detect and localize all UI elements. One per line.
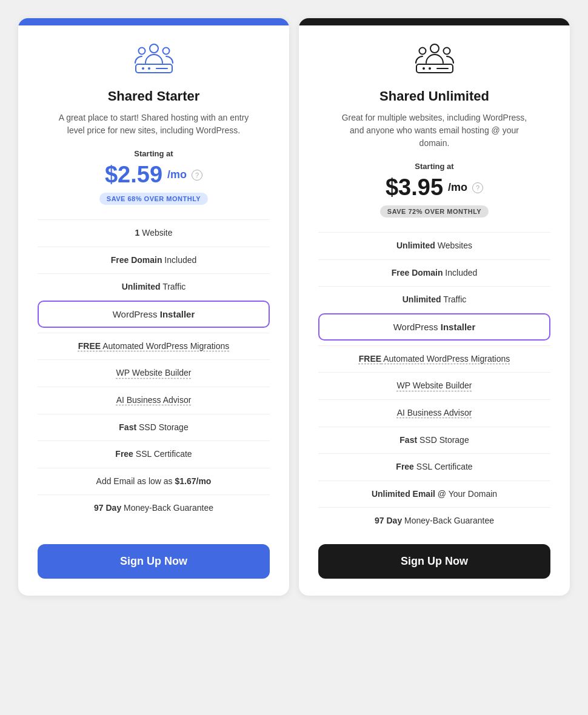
feature-row: Unlimited Email @ Your Domain	[318, 484, 550, 505]
plan-name: Shared Starter	[108, 88, 200, 104]
card-header-bar	[299, 18, 570, 25]
price-amount: $2.59	[105, 162, 162, 188]
features-list: 1 WebsiteFree Domain IncludedUnlimited T…	[38, 222, 270, 532]
feature-row: Fast SSD Storage	[318, 430, 550, 451]
price-unit: /mo	[167, 168, 187, 181]
feature-row: Free Domain Included	[38, 250, 270, 271]
svg-point-9	[443, 48, 450, 55]
feature-row: Free SSL Certificate	[318, 456, 550, 478]
svg-point-8	[419, 48, 426, 55]
feature-row: Unlimited Traffic	[318, 289, 550, 311]
save-badge: SAVE 68% OVER MONTHLY	[99, 193, 208, 205]
feature-row: 97 Day Money-Back Guarantee	[318, 510, 550, 532]
pricing-card-shared-starter: Shared StarterA great place to start! Sh…	[18, 18, 289, 596]
save-badge: SAVE 72% OVER MONTHLY	[380, 205, 489, 218]
svg-point-5	[148, 67, 150, 70]
info-icon[interactable]: ?	[472, 182, 483, 193]
plan-icon	[410, 40, 459, 88]
svg-point-1	[138, 48, 145, 55]
feature-row: WordPress Installer	[318, 313, 550, 341]
card-header-bar	[18, 18, 289, 25]
starting-at-label: Starting at	[134, 149, 173, 158]
pricing-card-shared-unlimited: Shared UnlimitedGreat for multiple websi…	[299, 18, 570, 596]
feature-row: Unlimited Traffic	[38, 276, 270, 298]
svg-point-11	[423, 67, 425, 70]
svg-point-2	[162, 48, 169, 55]
price-row: $3.95/mo?	[386, 175, 483, 201]
starting-at-label: Starting at	[415, 162, 453, 171]
price-unit: /mo	[448, 181, 467, 194]
svg-point-7	[430, 44, 439, 53]
feature-row: Fast SSD Storage	[38, 417, 270, 439]
price-row: $2.59/mo?	[105, 162, 202, 188]
svg-point-12	[429, 67, 431, 70]
feature-row: 97 Day Money-Back Guarantee	[38, 497, 270, 519]
features-list: Unlimited WebsitesFree Domain IncludedUn…	[318, 235, 550, 532]
feature-row: Free Domain Included	[318, 262, 550, 284]
feature-row: WP Website Builder	[38, 362, 270, 384]
plan-description: Great for multiple websites, including W…	[338, 111, 532, 150]
feature-row: FREE Automated WordPress Migrations	[38, 336, 270, 358]
feature-row: Add Email as low as $1.67/mo	[38, 471, 270, 493]
plan-name: Shared Unlimited	[379, 88, 489, 104]
feature-row: Unlimited Websites	[318, 235, 550, 257]
feature-row: WordPress Installer	[38, 301, 270, 328]
pricing-cards-container: Shared StarterA great place to start! Sh…	[12, 12, 576, 602]
feature-row: WP Website Builder	[318, 375, 550, 397]
price-amount: $3.95	[386, 175, 443, 201]
signup-button[interactable]: Sign Up Now	[318, 544, 550, 579]
svg-point-0	[150, 44, 158, 53]
feature-row: AI Business Advisor	[38, 390, 270, 411]
feature-row: AI Business Advisor	[318, 402, 550, 424]
info-icon[interactable]: ?	[192, 170, 202, 181]
feature-row: 1 Website	[38, 222, 270, 244]
svg-point-4	[142, 67, 144, 70]
signup-button[interactable]: Sign Up Now	[38, 544, 270, 579]
plan-icon	[130, 40, 178, 88]
feature-row: Free SSL Certificate	[38, 444, 270, 465]
plan-description: A great place to start! Shared hosting w…	[57, 111, 251, 137]
feature-row: FREE Automated WordPress Migrations	[318, 348, 550, 370]
